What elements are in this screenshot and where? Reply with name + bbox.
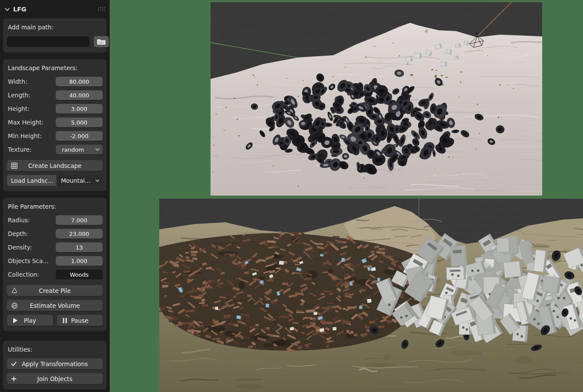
min-height-row: Min Height: -2.000 bbox=[7, 131, 103, 141]
chevron-down-icon bbox=[95, 147, 100, 152]
drag-grip-icon[interactable] bbox=[98, 6, 105, 13]
min-height-field[interactable]: -2.000 bbox=[56, 131, 103, 141]
sphere-icon bbox=[11, 302, 18, 309]
utilities-section: Utilities: Apply Transformations Join Ob… bbox=[3, 341, 107, 389]
utilities-heading: Utilities: bbox=[8, 346, 103, 353]
panel-header: LFG bbox=[3, 0, 107, 18]
pile-heading: Pile Parameters: bbox=[8, 203, 103, 210]
texture-value: random bbox=[62, 146, 84, 153]
width-label: Width: bbox=[7, 78, 56, 85]
radius-label: Radius: bbox=[7, 217, 56, 224]
cone-icon bbox=[11, 287, 18, 294]
pause-icon bbox=[63, 317, 67, 323]
texture-label: Texture: bbox=[7, 146, 56, 153]
min-height-label: Min Height: bbox=[7, 132, 56, 139]
width-field[interactable]: 80.000 bbox=[56, 77, 103, 86]
browse-folder-button[interactable] bbox=[94, 36, 109, 47]
join-objects-label: Join Objects bbox=[37, 375, 72, 382]
tire-pile-scene[interactable] bbox=[211, 2, 542, 196]
length-field[interactable]: 40.000 bbox=[56, 90, 103, 100]
landscape-parameters-section: Landscape Parameters: Width: 80.000 Leng… bbox=[3, 59, 107, 191]
radius-field[interactable]: 7.000 bbox=[56, 215, 103, 225]
estimate-volume-button[interactable]: Estimate Volume bbox=[7, 300, 103, 311]
apply-transformations-label: Apply Transformations bbox=[22, 360, 88, 367]
length-row: Length: 40.000 bbox=[7, 90, 103, 100]
depth-field[interactable]: 23.000 bbox=[56, 229, 103, 239]
depth-label: Depth: bbox=[7, 230, 56, 237]
pause-button[interactable]: Pause bbox=[57, 315, 103, 326]
chevron-down-icon[interactable] bbox=[4, 7, 10, 12]
texture-dropdown[interactable]: random bbox=[56, 145, 103, 154]
check-icon bbox=[11, 361, 17, 367]
objects-scale-row: Objects Sca... 1.000 bbox=[7, 256, 103, 266]
viewport-3d-top[interactable] bbox=[211, 2, 542, 196]
create-landscape-button[interactable]: Create Landscape bbox=[7, 160, 103, 171]
join-objects-button[interactable]: Join Objects bbox=[7, 373, 103, 384]
length-label: Length: bbox=[7, 92, 56, 99]
texture-row: Texture: random bbox=[7, 145, 103, 154]
height-label: Height: bbox=[7, 105, 56, 112]
play-label: Play bbox=[24, 317, 36, 324]
viewport-3d-bottom[interactable] bbox=[159, 199, 583, 392]
create-pile-button[interactable]: Create Pile bbox=[7, 285, 103, 296]
collection-input[interactable]: Woods bbox=[56, 270, 103, 279]
collection-label: Collection: bbox=[7, 271, 56, 278]
lfg-addon-panel: LFG Add main path: bbox=[0, 0, 110, 392]
play-button[interactable]: Play bbox=[7, 315, 53, 326]
play-icon bbox=[13, 317, 18, 323]
objects-scale-label: Objects Sca... bbox=[7, 257, 56, 264]
estimate-volume-label: Estimate Volume bbox=[30, 302, 80, 309]
density-label: Density: bbox=[7, 244, 56, 251]
main-path-input[interactable] bbox=[7, 36, 89, 47]
folder-icon bbox=[97, 38, 106, 45]
load-landscape-row: Load Landsc... Mountai... bbox=[7, 175, 103, 186]
play-pause-row: Play Pause bbox=[7, 315, 103, 326]
add-main-path-label: Add main path: bbox=[8, 24, 103, 31]
radius-row: Radius: 7.000 bbox=[7, 215, 103, 225]
objects-scale-field[interactable]: 1.000 bbox=[56, 256, 103, 266]
density-row: Density: 13 bbox=[7, 242, 103, 252]
pile-parameters-section: Pile Parameters: Radius: 7.000 Depth: 23… bbox=[3, 198, 107, 331]
pause-label: Pause bbox=[71, 317, 89, 324]
create-pile-label: Create Pile bbox=[39, 287, 71, 294]
height-field[interactable]: 3.000 bbox=[56, 104, 103, 114]
max-height-label: Max Height: bbox=[7, 119, 56, 126]
plus-icon bbox=[11, 376, 17, 381]
chevron-down-icon bbox=[95, 178, 100, 183]
pallet-appliance-scene[interactable] bbox=[159, 199, 583, 392]
density-field[interactable]: 13 bbox=[56, 242, 103, 252]
max-height-row: Max Height: 5.000 bbox=[7, 118, 103, 127]
load-landscape-button[interactable]: Load Landsc... bbox=[7, 175, 57, 186]
grid-icon bbox=[11, 162, 18, 169]
create-landscape-label: Create Landscape bbox=[28, 162, 82, 169]
width-row: Width: 80.000 bbox=[7, 77, 103, 86]
panel-title: LFG bbox=[13, 6, 26, 13]
height-row: Height: 3.000 bbox=[7, 104, 103, 114]
landscape-preset-value: Mountai... bbox=[61, 177, 90, 184]
max-height-field[interactable]: 5.000 bbox=[56, 118, 103, 127]
apply-transformations-button[interactable]: Apply Transformations bbox=[7, 358, 103, 369]
landscape-heading: Landscape Parameters: bbox=[8, 64, 103, 71]
landscape-preset-dropdown[interactable]: Mountai... bbox=[57, 175, 103, 186]
collection-row: Collection: Woods bbox=[7, 270, 103, 279]
depth-row: Depth: 23.000 bbox=[7, 229, 103, 239]
add-main-path-section: Add main path: bbox=[3, 18, 107, 53]
